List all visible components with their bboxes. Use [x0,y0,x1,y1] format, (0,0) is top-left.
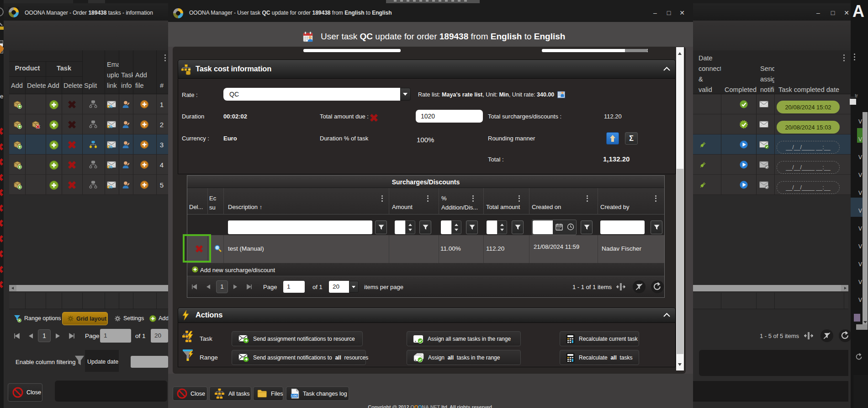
svg-text:LOG: LOG [291,394,297,397]
